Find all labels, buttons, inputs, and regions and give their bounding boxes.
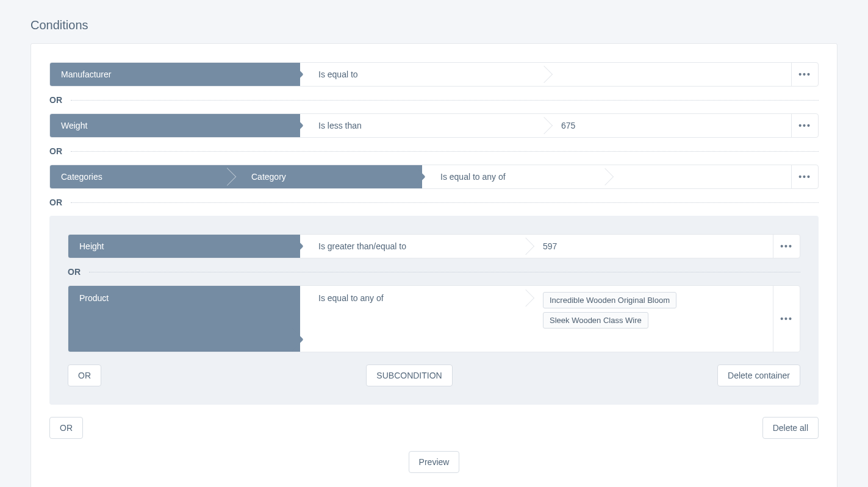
- subcondition-button[interactable]: SUBCONDITION: [366, 364, 452, 386]
- or-label: OR: [68, 267, 81, 277]
- or-label: OR: [49, 197, 62, 207]
- condition-operator[interactable]: Is equal to any of: [422, 165, 605, 188]
- condition-field-label: Categories: [61, 172, 102, 182]
- condition-operator[interactable]: Is equal to: [300, 63, 544, 86]
- condition-field-label: Manufacturer: [61, 69, 111, 79]
- condition-value[interactable]: 597: [526, 235, 773, 258]
- divider-line: [71, 100, 819, 101]
- chevron-right-icon: [227, 165, 239, 188]
- or-divider: OR: [49, 146, 819, 156]
- condition-operator[interactable]: Is equal to any of: [300, 286, 526, 352]
- ellipsis-icon: •••: [798, 121, 811, 130]
- footer-button-row: OR Delete all: [49, 417, 819, 439]
- condition-menu-button[interactable]: •••: [791, 165, 818, 188]
- delete-all-button[interactable]: Delete all: [762, 417, 819, 439]
- or-divider: OR: [68, 267, 800, 277]
- condition-field[interactable]: Height: [68, 235, 300, 258]
- value-tag[interactable]: Incredible Wooden Original Bloom: [543, 292, 676, 308]
- page-title: Conditions: [30, 18, 838, 32]
- condition-value-text: 597: [543, 241, 557, 251]
- condition-operator[interactable]: Is greater than/equal to: [300, 235, 526, 258]
- condition-menu-button[interactable]: •••: [791, 114, 818, 137]
- condition-operator-label: Is greater than/equal to: [318, 241, 406, 251]
- condition-field[interactable]: Category: [233, 165, 422, 188]
- condition-field-label: Weight: [61, 121, 87, 130]
- or-button[interactable]: OR: [49, 417, 83, 439]
- arrow-right-icon: [292, 63, 309, 86]
- condition-value[interactable]: [544, 63, 791, 86]
- or-divider: OR: [49, 95, 819, 105]
- arrow-right-icon: [292, 114, 309, 137]
- arrow-right-icon: [292, 327, 309, 352]
- arrow-right-icon: [292, 235, 309, 258]
- or-label: OR: [49, 146, 62, 156]
- preview-button[interactable]: Preview: [409, 451, 460, 473]
- condition-value[interactable]: Incredible Wooden Original Bloom Sleek W…: [526, 286, 773, 352]
- condition-value-text: 675: [561, 121, 575, 130]
- condition-row: Height Is greater than/equal to 597 •••: [68, 234, 800, 258]
- condition-menu-button[interactable]: •••: [791, 63, 818, 86]
- delete-container-button[interactable]: Delete container: [717, 364, 800, 386]
- value-tag[interactable]: Sleek Wooden Class Wire: [543, 312, 648, 329]
- condition-field[interactable]: Product: [68, 286, 300, 352]
- condition-field[interactable]: Categories: [50, 165, 233, 188]
- preview-row: Preview: [49, 451, 819, 473]
- condition-value[interactable]: 675: [544, 114, 791, 137]
- condition-value[interactable]: [605, 165, 791, 188]
- arrow-right-icon: [414, 165, 431, 188]
- ellipsis-icon: •••: [780, 241, 793, 251]
- subcondition-container: Height Is greater than/equal to 597 ••• …: [49, 216, 819, 405]
- condition-row: Categories Category Is equal to any of •…: [49, 165, 819, 189]
- condition-row: Product Is equal to any of Incredible Wo…: [68, 285, 800, 352]
- or-button[interactable]: OR: [68, 364, 101, 386]
- condition-row: Manufacturer Is equal to •••: [49, 62, 819, 87]
- condition-field[interactable]: Weight: [50, 114, 300, 137]
- condition-operator-label: Is equal to: [318, 69, 358, 79]
- condition-field[interactable]: Manufacturer: [50, 63, 300, 86]
- ellipsis-icon: •••: [780, 314, 793, 324]
- condition-menu-button[interactable]: •••: [773, 286, 800, 352]
- condition-operator-label: Is less than: [318, 121, 362, 130]
- or-divider: OR: [49, 197, 819, 207]
- condition-operator-label: Is equal to any of: [440, 172, 506, 182]
- condition-menu-button[interactable]: •••: [773, 235, 800, 258]
- condition-field-label: Category: [251, 172, 286, 182]
- ellipsis-icon: •••: [798, 69, 811, 79]
- divider-line: [89, 272, 800, 272]
- divider-line: [71, 202, 819, 203]
- or-label: OR: [49, 95, 62, 105]
- subgroup-button-row: OR SUBCONDITION Delete container: [68, 364, 800, 386]
- condition-field-label: Height: [79, 241, 104, 251]
- divider-line: [71, 151, 819, 152]
- condition-operator[interactable]: Is less than: [300, 114, 544, 137]
- conditions-card: Manufacturer Is equal to ••• OR Weight: [30, 43, 838, 487]
- condition-row: Weight Is less than 675 •••: [49, 113, 819, 138]
- ellipsis-icon: •••: [798, 172, 811, 182]
- condition-field-label: Product: [79, 293, 109, 303]
- condition-operator-label: Is equal to any of: [318, 293, 384, 303]
